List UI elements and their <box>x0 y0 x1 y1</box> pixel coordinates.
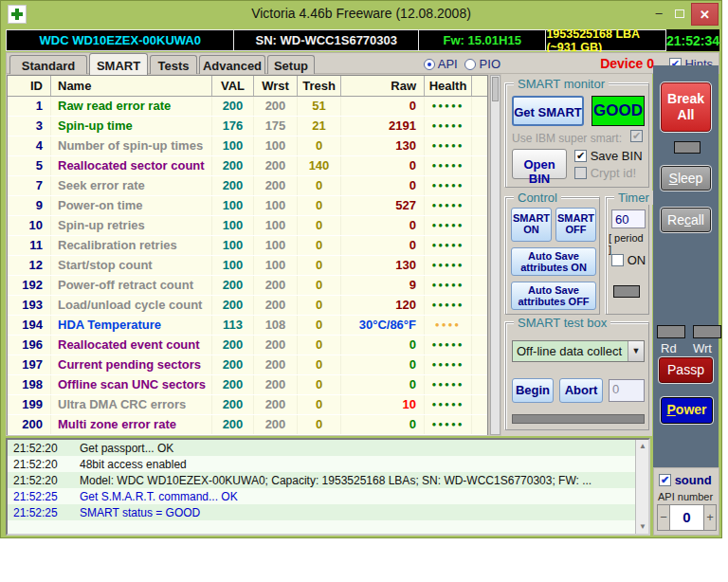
maximize-button[interactable] <box>670 5 689 24</box>
cell-raw: 0 <box>341 216 425 235</box>
table-row[interactable]: 12Start/stop count1001000130●●●●● <box>8 256 487 276</box>
cell-wrst: 100 <box>254 136 298 155</box>
save-bin-label: Save BIN <box>591 149 643 163</box>
cell-name: Start/stop count <box>51 256 212 275</box>
save-bin-checkbox[interactable] <box>574 150 587 162</box>
table-row[interactable]: 192Power-off retract count20020009●●●●● <box>8 276 487 296</box>
table-row[interactable]: 198Offline scan UNC sectors20020000●●●●● <box>8 375 487 395</box>
cell-val: 200 <box>212 415 254 434</box>
api-radio[interactable] <box>424 59 435 70</box>
minimize-button[interactable]: – <box>649 5 668 24</box>
cell-val: 200 <box>212 97 254 116</box>
sound-control[interactable]: sound <box>659 473 712 487</box>
cell-id: 197 <box>8 355 51 374</box>
table-scrollbar-thumb[interactable] <box>492 77 499 101</box>
cell-name: Offline scan UNC sectors <box>51 375 212 394</box>
abort-button[interactable]: Abort <box>559 378 603 403</box>
cell-id: 3 <box>8 117 51 136</box>
timer-on-checkbox[interactable] <box>611 254 624 266</box>
close-button[interactable]: ✕ <box>691 3 719 26</box>
log-panel[interactable]: 21:52:20Get passport... OK21:52:2048bit … <box>6 438 650 536</box>
health-dots: ●●●●● <box>425 176 472 195</box>
cell-wrst: 200 <box>254 355 298 374</box>
tab-standard[interactable]: Standard <box>9 55 87 75</box>
tab-tests[interactable]: Tests <box>150 55 197 75</box>
table-row[interactable]: 7Seek error rate20020000●●●●● <box>8 176 487 196</box>
table-row[interactable]: 10Spin-up retries10010000●●●●● <box>8 216 487 236</box>
break-all-button[interactable]: Break All <box>661 82 711 132</box>
crypt-checkbox <box>574 167 587 179</box>
cell-tresh: 0 <box>298 136 341 155</box>
bottom-right-panel: sound API number − 0 + <box>653 467 719 536</box>
table-row[interactable]: 4Number of spin-up times1001000130●●●●● <box>8 136 487 156</box>
table-row[interactable]: 199Ultra DMA CRC errors200200010●●●●● <box>8 395 487 415</box>
test-select[interactable]: Off-line data collect ▼ <box>512 340 645 362</box>
tab-advanced[interactable]: Advanced <box>199 55 265 75</box>
cell-id: 4 <box>8 136 51 155</box>
cell-tresh: 0 <box>298 336 341 355</box>
smart-off-button[interactable]: SMART OFF <box>555 208 596 242</box>
sleep-button[interactable]: Sleep <box>661 166 711 191</box>
drive-firmware: Fw: 15.01H15 <box>419 29 546 51</box>
table-row[interactable]: 5Reallocated sector count2002001400●●●●● <box>8 156 487 176</box>
spinner-minus-button[interactable]: − <box>657 504 670 531</box>
table-row[interactable]: 9Power-on time1001000527●●●●● <box>8 196 487 216</box>
smart-on-button[interactable]: SMART ON <box>511 208 552 242</box>
test-select-value: Off-line data collect <box>513 341 628 361</box>
table-row[interactable]: 1Raw read error rate200200510●●●●● <box>8 97 487 117</box>
health-dots: ●●●●● <box>425 355 472 374</box>
table-row[interactable]: 200Multi zone error rate20020000●●●●● <box>8 415 487 435</box>
table-row[interactable]: 193Load/unload cycle count2002000120●●●●… <box>8 296 487 316</box>
cell-name: Power-on time <box>51 196 212 215</box>
scroll-down-icon[interactable]: ▼ <box>637 521 648 533</box>
cell-raw: 0 <box>341 236 425 255</box>
smart-monitor-group: SMART monitor Get SMART GOOD Use IBM sup… <box>505 83 649 188</box>
cell-tresh: 0 <box>298 415 341 434</box>
passport-button[interactable]: Passp <box>659 357 713 383</box>
log-scrollbar[interactable]: ▲ ▼ <box>635 440 648 534</box>
scroll-up-icon[interactable]: ▲ <box>637 441 648 452</box>
table-scrollbar[interactable] <box>490 75 500 435</box>
drive-serial: SN: WD-WCC1S6770303 <box>234 29 419 51</box>
timer-on-control[interactable]: ON <box>611 253 646 267</box>
cell-raw: 527 <box>341 196 425 215</box>
log-line <box>8 520 648 536</box>
tab-setup[interactable]: Setup <box>267 55 315 75</box>
column-header-val: VAL <box>212 76 254 96</box>
control-group: Control SMART ON SMART OFF Auto Save att… <box>505 197 600 315</box>
cell-name: Load/unload cycle count <box>51 296 212 315</box>
save-bin-control[interactable]: Save BIN <box>574 149 643 163</box>
pio-radio-label: PIO <box>480 57 500 71</box>
maximize-icon <box>675 9 684 18</box>
screen: Victoria 4.46b Freeware (12.08.2008) – ✕… <box>0 0 728 582</box>
open-bin-button[interactable]: Open BIN <box>512 149 567 179</box>
table-row[interactable]: 196Reallocated event count20020000●●●●● <box>8 336 487 355</box>
chevron-down-icon[interactable]: ▼ <box>628 341 644 361</box>
timer-period-input[interactable]: 60 <box>611 209 646 228</box>
power-button[interactable]: Power <box>661 397 713 424</box>
title-bar[interactable]: Victoria 4.46b Freeware (12.08.2008) – ✕ <box>1 1 721 27</box>
autosave-off-button[interactable]: Auto Save attributes OFF <box>511 282 596 310</box>
log-timestamp: 21:52:20 <box>8 456 66 472</box>
cell-name: Power-off retract count <box>51 276 212 295</box>
get-smart-button[interactable]: Get SMART <box>512 96 584 126</box>
begin-button[interactable]: Begin <box>512 378 554 403</box>
cell-name: Spin-up retries <box>51 216 212 235</box>
wrt-indicator <box>693 325 721 338</box>
recall-button[interactable]: Recall <box>661 208 711 232</box>
tab-smart[interactable]: SMART <box>89 53 148 75</box>
table-row[interactable]: 197Current pending sectors20020000●●●●● <box>8 355 487 375</box>
autosave-on-button[interactable]: Auto Save attributes ON <box>511 247 596 276</box>
timer-on-label: ON <box>628 253 646 267</box>
cell-raw: 0 <box>341 375 425 394</box>
table-row[interactable]: 3Spin-up time176175212191●●●●● <box>8 117 487 136</box>
table-row[interactable]: 194HDA Temperature113108030°C/86°F●●●● <box>8 316 487 336</box>
table-row[interactable]: 11Recalibration retries10010000●●●●● <box>8 236 487 256</box>
cell-id: 11 <box>8 236 51 255</box>
timer-indicator <box>613 285 640 298</box>
cell-wrst: 200 <box>254 276 298 295</box>
log-message: Get passport... OK <box>66 440 648 456</box>
spinner-plus-button[interactable]: + <box>703 504 717 531</box>
sound-checkbox[interactable] <box>659 474 671 486</box>
pio-radio[interactable] <box>464 59 476 70</box>
